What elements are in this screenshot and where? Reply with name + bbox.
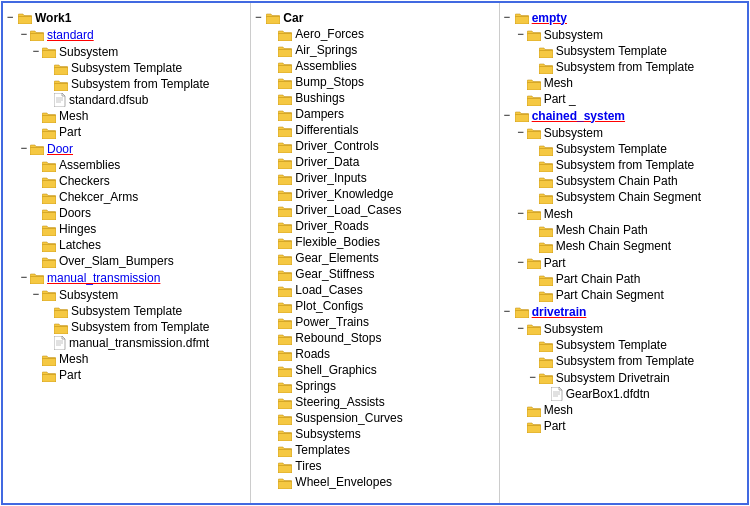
expand-icon[interactable]: − [516,254,526,271]
expand-icon[interactable]: − [516,26,526,43]
expand-icon[interactable]: − [19,26,29,43]
tree-item-row[interactable]: Subsystem from Template [43,76,246,92]
tree-item-row[interactable]: Subsystem Chain Path [528,173,743,189]
tree-item-row[interactable]: Driver_Data [267,154,494,170]
tree-item-row[interactable]: Hinges [31,221,246,237]
tree-item-row[interactable]: standard.dfsub [43,92,246,108]
tree-item-row[interactable]: Subsystem from Template [43,319,246,335]
node-label: Over_Slam_Bumpers [59,253,174,269]
tree-item-row[interactable]: − Subsystem [516,320,743,337]
tree-item-row[interactable]: Springs [267,378,494,394]
expand-icon[interactable]: − [516,124,526,141]
folder-icon [278,109,292,120]
tree-item-row[interactable]: Flexible_Bodies [267,234,494,250]
tree-item-row[interactable]: Subsystem Chain Segment [528,189,743,205]
tree-item-row[interactable]: Assemblies [31,157,246,173]
tree-item-row[interactable]: Part [31,367,246,383]
tree-item-row[interactable]: Subsystem Template [528,337,743,353]
tree-root-row[interactable]: − chained_system [504,107,743,124]
tree-item-row[interactable]: Latches [31,237,246,253]
tree-item-row[interactable]: Mesh [516,75,743,91]
tree-item-row[interactable]: − Subsystem Drivetrain [528,369,743,386]
tree-item-row[interactable]: Shell_Graphics [267,362,494,378]
tree-item-row[interactable]: Driver_Roads [267,218,494,234]
expand-icon[interactable]: − [31,286,41,303]
tree-item-row[interactable]: Chekcer_Arms [31,189,246,205]
tree-item-row[interactable]: Plot_Configs [267,298,494,314]
tree-item-row[interactable]: Mesh [31,108,246,124]
tree-item-row[interactable]: Differentials [267,122,494,138]
tree-item-row[interactable]: GearBox1.dfdtn [540,386,743,402]
tree-item-row[interactable]: Doors [31,205,246,221]
tree-item-row[interactable]: Checkers [31,173,246,189]
tree-item-row[interactable]: Subsystem Template [43,303,246,319]
tree-item-row[interactable]: − Mesh [516,205,743,222]
tree-item-row[interactable]: Bushings [267,90,494,106]
tree-item-row[interactable]: Mesh [31,351,246,367]
tree-item-row[interactable]: Part [31,124,246,140]
tree-item-row[interactable]: Tires [267,458,494,474]
tree-item-row[interactable]: Roads [267,346,494,362]
tree-item-row[interactable]: Subsystem from Template [528,353,743,369]
tree-item-row[interactable]: Steering_Assists [267,394,494,410]
tree-item-row[interactable]: − Subsystem [31,286,246,303]
tree-item-row[interactable]: Part Chain Path [528,271,743,287]
tree-item-row[interactable]: − standard [19,26,246,43]
tree-item-row[interactable]: − Subsystem [516,124,743,141]
tree-item-row[interactable]: Gear_Elements [267,250,494,266]
tree-item-row[interactable]: Mesh [516,402,743,418]
node-label: Driver_Load_Cases [295,202,401,218]
svg-rect-28 [278,33,292,41]
tree-item-row[interactable]: Mesh Chain Path [528,222,743,238]
tree-children: Part Chain Path Part Chain Segment [528,271,743,303]
tree-item-row[interactable]: Air_Springs [267,42,494,58]
tree-item-row[interactable]: Gear_Stiffness [267,266,494,282]
tree-item-row[interactable]: Aero_Forces [267,26,494,42]
tree-root-row[interactable]: − Work1 [7,9,246,26]
folder-icon [42,192,56,203]
tree-item-row[interactable]: Mesh Chain Segment [528,238,743,254]
tree-item-row[interactable]: Bump_Stops [267,74,494,90]
tree-item-row[interactable]: Driver_Knowledge [267,186,494,202]
tree-root-row[interactable]: − Car [255,9,494,26]
node-label: Mesh [544,75,573,91]
tree-root-row[interactable]: − drivetrain [504,303,743,320]
expand-icon[interactable]: − [19,269,29,286]
tree-item-row[interactable]: Subsystem Template [43,60,246,76]
expand-icon[interactable]: − [19,140,29,157]
tree-item-row[interactable]: − Part [516,254,743,271]
expand-icon[interactable]: − [31,43,41,60]
tree-item-row[interactable]: Suspension_Curves [267,410,494,426]
expand-icon[interactable]: − [516,320,526,337]
tree-root-row[interactable]: − empty [504,9,743,26]
tree-item-row[interactable]: Subsystem Template [528,141,743,157]
tree-item-row[interactable]: Wheel_Envelopes [267,474,494,490]
tree-item-row[interactable]: Dampers [267,106,494,122]
tree-item-row[interactable]: Subsystem Template [528,43,743,59]
expand-icon[interactable]: − [516,205,526,222]
tree-item-row[interactable]: Subsystem from Template [528,59,743,75]
tree-item-row[interactable]: Load_Cases [267,282,494,298]
tree-item-row[interactable]: Subsystem from Template [528,157,743,173]
tree-item-row[interactable]: Driver_Inputs [267,170,494,186]
folder-icon [539,46,553,57]
tree-item-row[interactable]: − Door [19,140,246,157]
tree-item-row[interactable]: Power_Trains [267,314,494,330]
node-label: Gear_Stiffness [295,266,374,282]
tree-item-row[interactable]: Rebound_Stops [267,330,494,346]
tree-item-row[interactable]: Part _ [516,91,743,107]
node-label: Gear_Elements [295,250,378,266]
tree-item-row[interactable]: − Subsystem [516,26,743,43]
tree-item-row[interactable]: − manual_transmission [19,269,246,286]
tree-item-row[interactable]: Templates [267,442,494,458]
tree-item-row[interactable]: Part [516,418,743,434]
tree-item-row[interactable]: Part Chain Segment [528,287,743,303]
tree-item-row[interactable]: Driver_Load_Cases [267,202,494,218]
tree-item-row[interactable]: Over_Slam_Bumpers [31,253,246,269]
tree-item-row[interactable]: manual_transmission.dfmt [43,335,246,351]
tree-item-row[interactable]: − Subsystem [31,43,246,60]
tree-item-row[interactable]: Subsystems [267,426,494,442]
tree-item-row[interactable]: Assemblies [267,58,494,74]
expand-icon[interactable]: − [528,369,538,386]
tree-item-row[interactable]: Driver_Controls [267,138,494,154]
